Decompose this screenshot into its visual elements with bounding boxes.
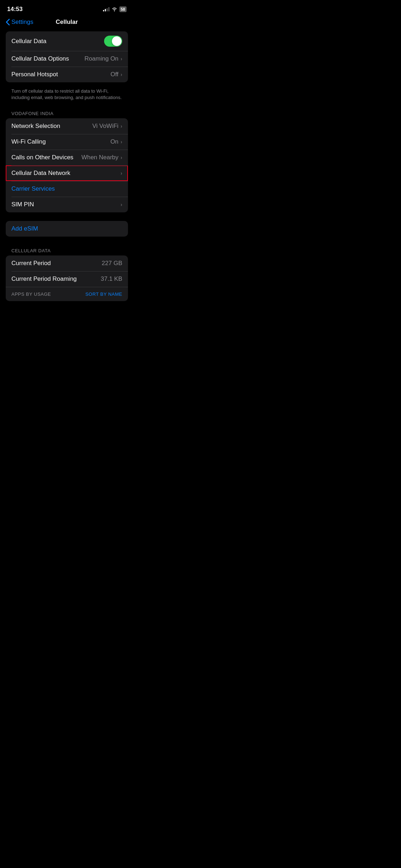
sim-pin-value: › (120, 202, 122, 207)
cellular-data-options-row[interactable]: Cellular Data Options Roaming On › (6, 51, 128, 67)
calls-other-devices-label: Calls on Other Devices (11, 154, 73, 161)
network-selection-label: Network Selection (11, 123, 60, 130)
current-period-value: 227 GB (102, 260, 122, 267)
chevron-icon: › (120, 170, 122, 176)
status-bar: 14:53 58 (0, 0, 134, 16)
signal-bars-icon (103, 7, 109, 11)
add-esim-row[interactable]: Add eSIM (6, 221, 128, 237)
cellular-data-options-label: Cellular Data Options (11, 55, 69, 62)
current-period-roaming-label: Current Period Roaming (11, 275, 77, 283)
cellular-data-options-value: Roaming On › (84, 55, 122, 62)
cellular-data-label: Cellular Data (11, 38, 46, 45)
current-period-roaming-row: Current Period Roaming 37.1 KB (6, 271, 128, 287)
status-time: 14:53 (7, 6, 22, 13)
network-selection-row[interactable]: Network Selection Vi VoWiFi › (6, 118, 128, 134)
status-icons: 58 (103, 6, 127, 12)
chevron-icon: › (120, 202, 122, 207)
sim-pin-row[interactable]: SIM PIN › (6, 197, 128, 212)
add-esim-section: Add eSIM (6, 221, 128, 237)
cellular-data-section-label: CELLULAR DATA (0, 245, 134, 255)
apps-by-usage-label: APPS BY USAGE (11, 291, 51, 297)
chevron-icon: › (120, 155, 122, 160)
top-settings-group: Cellular Data Cellular Data Options Roam… (6, 31, 128, 82)
toggle-knob (112, 36, 122, 46)
cellular-data-network-label: Cellular Data Network (11, 170, 70, 177)
back-label: Settings (11, 19, 33, 26)
current-period-row: Current Period 227 GB (6, 255, 128, 271)
carrier-section-label: VODAFONE INDIA (0, 108, 134, 118)
nav-bar: Settings Cellular (0, 16, 134, 31)
battery-level: 58 (121, 7, 125, 11)
network-selection-value: Vi VoWiFi › (92, 123, 122, 130)
current-period-roaming-value: 37.1 KB (101, 275, 123, 283)
add-esim-label: Add eSIM (11, 225, 38, 232)
wifi-calling-row[interactable]: Wi-Fi Calling On › (6, 134, 128, 150)
wifi-calling-value: On › (110, 138, 122, 145)
sort-by-name-button[interactable]: SORT BY NAME (85, 291, 122, 297)
chevron-icon: › (120, 139, 122, 145)
carrier-services-label: Carrier Services (11, 185, 55, 192)
back-chevron-icon (6, 19, 10, 26)
apps-footer: APPS BY USAGE SORT BY NAME (6, 287, 128, 301)
personal-hotspot-row[interactable]: Personal Hotspot Off › (6, 67, 128, 82)
personal-hotspot-value: Off › (110, 71, 122, 78)
sim-pin-label: SIM PIN (11, 201, 34, 208)
calls-other-devices-value: When Nearby › (81, 154, 122, 161)
cellular-data-note: Turn off cellular data to restrict all d… (0, 85, 134, 105)
cellular-data-row[interactable]: Cellular Data (6, 31, 128, 51)
chevron-icon: › (120, 72, 122, 77)
wifi-calling-label: Wi-Fi Calling (11, 138, 46, 145)
battery-icon: 58 (119, 6, 127, 12)
page-title: Cellular (56, 19, 78, 26)
back-button[interactable]: Settings (6, 19, 33, 26)
chevron-icon: › (120, 56, 122, 62)
chevron-icon: › (120, 123, 122, 129)
cellular-data-stats-group: Current Period 227 GB Current Period Roa… (6, 255, 128, 301)
calls-other-devices-row[interactable]: Calls on Other Devices When Nearby › (6, 150, 128, 165)
carrier-settings-group: Network Selection Vi VoWiFi › Wi-Fi Call… (6, 118, 128, 212)
personal-hotspot-label: Personal Hotspot (11, 71, 58, 78)
cellular-data-network-row[interactable]: Cellular Data Network › (6, 165, 128, 181)
wifi-icon (112, 7, 117, 11)
cellular-data-network-value: › (120, 170, 122, 176)
carrier-services-row[interactable]: Carrier Services (6, 181, 128, 197)
cellular-data-toggle[interactable] (104, 36, 122, 47)
current-period-label: Current Period (11, 260, 51, 267)
